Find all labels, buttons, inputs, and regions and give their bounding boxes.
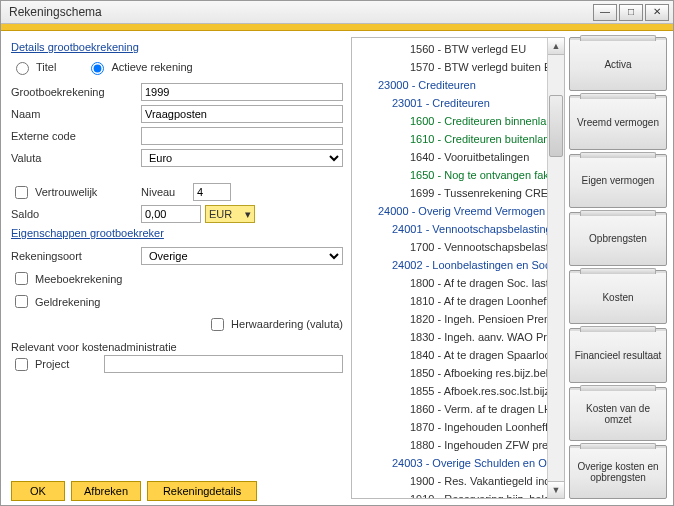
tree-row[interactable]: 1880 - Ingehouden ZFW premie [352, 436, 563, 454]
tree-row[interactable]: 1800 - Af te dragen Soc. lasten [352, 274, 563, 292]
tree-row[interactable]: 1699 - Tussenrekening CRED [352, 184, 563, 202]
tree-row[interactable]: 1820 - Ingeh. Pensioen Premie [352, 310, 563, 328]
input-project[interactable] [104, 355, 343, 373]
titlebar: Rekeningschema — □ ✕ [1, 1, 673, 24]
tree-panel: 1560 - BTW verlegd EU1570 - BTW verlegd … [351, 31, 565, 505]
label-externe-code: Externe code [11, 130, 141, 142]
tree-row[interactable]: 1570 - BTW verlegd buiten EU [352, 58, 563, 76]
select-saldo-currency[interactable]: EUR▾ [205, 205, 255, 223]
scroll-track[interactable] [548, 55, 564, 481]
checkbox-meeboek[interactable]: Meeboekrekening [11, 269, 343, 288]
tree-row[interactable]: 1610 - Crediteuren buitenland [352, 130, 563, 148]
tree-row[interactable]: 1870 - Ingehouden Loonheffing [352, 418, 563, 436]
drawer-button[interactable]: Overige kosten en opbrengsten [569, 445, 667, 499]
checkbox-vertrouwelijk[interactable]: Vertrouwelijk [11, 183, 141, 202]
close-button[interactable]: ✕ [645, 4, 669, 21]
drawer-panel: ActivaVreemd vermogenEigen vermogenOpbre… [565, 31, 673, 505]
tree-row[interactable]: 1860 - Verm. af te dragen LH [352, 400, 563, 418]
tree-row[interactable]: 1910 - Reservering bijz. belastingen [352, 490, 563, 498]
label-rekeningsoort: Rekeningsoort [11, 250, 141, 262]
tree-row[interactable]: 1560 - BTW verlegd EU [352, 40, 563, 58]
tree-row[interactable]: 1650 - Nog te ontvangen fakt. [352, 166, 563, 184]
drawer-button[interactable]: Activa [569, 37, 667, 91]
tree-row[interactable]: 1840 - At te dragen Spaarloon [352, 346, 563, 364]
button-bar: OK Afbreken Rekeningdetails [11, 473, 343, 501]
label-grootboekrekening: Grootboekrekening [11, 86, 141, 98]
drawer-button[interactable]: Financieel resultaat [569, 328, 667, 382]
drawer-button[interactable]: Vreemd vermogen [569, 95, 667, 149]
drawer-button[interactable]: Opbrengsten [569, 212, 667, 266]
tree-row[interactable]: 1900 - Res. Vakantiegeld incl. Soc. Last… [352, 472, 563, 490]
tree-row[interactable]: 23001 - Crediteuren [352, 94, 563, 112]
tree-row[interactable]: 1850 - Afboeking res.bijz.bel.1 [352, 364, 563, 382]
tree-row[interactable]: 1600 - Crediteuren binnenland [352, 112, 563, 130]
drawer-button[interactable]: Kosten van de omzet [569, 387, 667, 441]
tree-scrollbar[interactable]: ▲ ▼ [547, 38, 564, 498]
maximize-button[interactable]: □ [619, 4, 643, 21]
drawer-button[interactable]: Kosten [569, 270, 667, 324]
account-type-radios: Titel Actieve rekening [11, 59, 343, 75]
minimize-button[interactable]: — [593, 4, 617, 21]
content: Details grootboekrekening Titel Actieve … [1, 31, 673, 505]
section-eigenschappen-title: Eigenschappen grootboekreker [11, 227, 343, 239]
window-title: Rekeningschema [9, 5, 591, 19]
tree-row[interactable]: 24001 - Vennootschapsbelasting [352, 220, 563, 238]
checkbox-geldrekening[interactable]: Geldrekening [11, 292, 343, 311]
tree-row[interactable]: 24003 - Overige Schulden en Overl. [352, 454, 563, 472]
scroll-up-icon[interactable]: ▲ [548, 38, 564, 55]
scroll-down-icon[interactable]: ▼ [548, 481, 564, 498]
ok-button[interactable]: OK [11, 481, 65, 501]
chevron-down-icon: ▾ [245, 208, 251, 221]
tree-row[interactable]: 1855 - Afboek.res.soc.lst.bijz.1 [352, 382, 563, 400]
section-details-title: Details grootboekrekening [11, 41, 343, 53]
label-naam: Naam [11, 108, 141, 120]
section-relevant-title: Relevant voor kostenadministratie [11, 341, 343, 353]
account-tree[interactable]: 1560 - BTW verlegd EU1570 - BTW verlegd … [351, 37, 565, 499]
input-saldo[interactable] [141, 205, 201, 223]
label-saldo: Saldo [11, 208, 141, 220]
checkbox-project[interactable]: Project [11, 355, 104, 374]
checkbox-herwaardering[interactable]: Herwaardering (valuta) [207, 315, 343, 334]
input-grootboekrekening[interactable] [141, 83, 343, 101]
drawer-button[interactable]: Eigen vermogen [569, 154, 667, 208]
left-panel: Details grootboekrekening Titel Actieve … [1, 31, 351, 505]
label-valuta: Valuta [11, 152, 141, 164]
tree-row[interactable]: 1640 - Vooruitbetalingen [352, 148, 563, 166]
tree-row[interactable]: 23000 - Crediteuren [352, 76, 563, 94]
accent-bar [1, 24, 673, 31]
tree-row[interactable]: 1700 - Vennootschapsbelasting [352, 238, 563, 256]
app-window: Rekeningschema — □ ✕ Details grootboekre… [0, 0, 674, 506]
scroll-thumb[interactable] [549, 95, 563, 157]
select-valuta[interactable]: Euro [141, 149, 343, 167]
tree-row[interactable]: 24002 - Loonbelastingen en Soc. Verzk. [352, 256, 563, 274]
input-niveau[interactable] [193, 183, 231, 201]
input-naam[interactable] [141, 105, 343, 123]
input-externe-code[interactable] [141, 127, 343, 145]
afbreken-button[interactable]: Afbreken [71, 481, 141, 501]
tree-row[interactable]: 1830 - Ingeh. aanv. WAO Premie [352, 328, 563, 346]
radio-actief[interactable]: Actieve rekening [86, 59, 192, 75]
select-rekeningsoort[interactable]: Overige [141, 247, 343, 265]
tree-row[interactable]: 24000 - Overig Vreemd Vermogen [352, 202, 563, 220]
rekeningdetails-button[interactable]: Rekeningdetails [147, 481, 257, 501]
radio-titel[interactable]: Titel [11, 59, 56, 75]
tree-row[interactable]: 1810 - Af te dragen Loonheffing [352, 292, 563, 310]
label-niveau: Niveau [141, 186, 193, 198]
